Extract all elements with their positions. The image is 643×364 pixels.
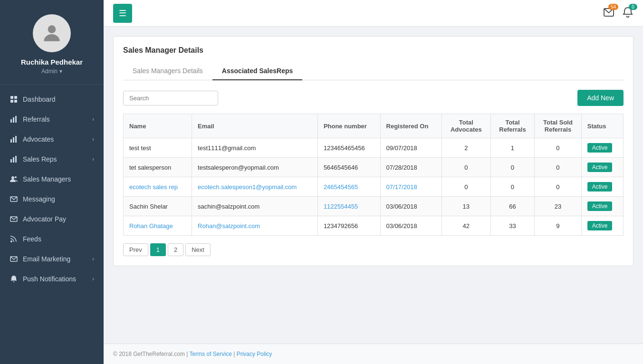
content-area: Sales Manager Details Sales Managers Det… bbox=[104, 27, 643, 344]
table-cell: 13 bbox=[441, 197, 490, 216]
search-input[interactable] bbox=[123, 91, 218, 105]
sidebar-item-label: Feeds bbox=[23, 235, 41, 243]
svg-point-18 bbox=[10, 240, 12, 242]
topbar: ☰ 54 0 bbox=[104, 0, 643, 27]
svg-point-15 bbox=[15, 176, 17, 178]
table-cell: 42 bbox=[441, 216, 490, 236]
table-cell: 123465465456 bbox=[317, 138, 380, 158]
bar-chart2-icon bbox=[10, 135, 18, 144]
sidebar-item-messaging[interactable]: Messaging bbox=[0, 189, 104, 209]
svg-rect-9 bbox=[13, 137, 14, 143]
prev-button[interactable]: Prev bbox=[123, 243, 148, 256]
chevron-right-icon: › bbox=[92, 116, 94, 123]
bell-icon bbox=[10, 275, 18, 283]
chevron-right-icon: › bbox=[92, 156, 94, 163]
svg-rect-5 bbox=[10, 119, 12, 123]
tab-bar: Sales Managers Details Associated SalesR… bbox=[123, 62, 624, 80]
mail-notification[interactable]: 54 bbox=[603, 7, 614, 19]
table-cell: test test bbox=[124, 138, 192, 158]
sidebar-item-label: Email Marketing bbox=[23, 255, 70, 263]
bar-chart-icon bbox=[10, 115, 18, 124]
table-cell: 66 bbox=[490, 197, 534, 216]
chevron-right-icon: › bbox=[92, 256, 94, 262]
svg-point-0 bbox=[48, 25, 56, 33]
page-2-button[interactable]: 2 bbox=[168, 243, 183, 256]
table-cell: 5646545646 bbox=[317, 158, 380, 177]
table-cell[interactable]: 2465454565 bbox=[317, 177, 380, 197]
col-sold-referrals: Total SoldReferrals bbox=[535, 114, 582, 138]
page-1-button[interactable]: 1 bbox=[150, 243, 166, 256]
users-icon bbox=[10, 175, 18, 183]
status-cell: Active bbox=[581, 216, 623, 236]
svg-rect-7 bbox=[15, 116, 17, 123]
next-button[interactable]: Next bbox=[185, 243, 211, 256]
table-cell[interactable]: ecotech sales rep bbox=[124, 177, 192, 197]
status-badge: Active bbox=[587, 182, 613, 192]
svg-rect-12 bbox=[13, 157, 14, 163]
sidebar-item-sales-reps[interactable]: Sales Reps › bbox=[0, 149, 104, 169]
sidebar-item-label: Messaging bbox=[23, 195, 55, 203]
topbar-icons: 54 0 bbox=[603, 7, 633, 19]
col-status: Status bbox=[581, 114, 623, 138]
table-row: Sachin Shelarsachin@salzpoint.com1122554… bbox=[124, 197, 624, 216]
sidebar-nav: Dashboard Referrals › bbox=[0, 85, 104, 364]
privacy-link[interactable]: Privacy Policy bbox=[237, 351, 272, 357]
table-cell[interactable]: ecotech.salespeson1@yopmail.com bbox=[192, 177, 318, 197]
sidebar-item-referrals[interactable]: Referrals › bbox=[0, 109, 104, 129]
table-cell: 0 bbox=[441, 177, 490, 197]
col-email: Email bbox=[192, 114, 318, 138]
add-new-button[interactable]: Add New bbox=[577, 90, 624, 106]
sidebar-item-email-marketing[interactable]: Email Marketing › bbox=[0, 249, 104, 269]
table-cell: Sachin Shelar bbox=[124, 197, 192, 216]
tab-sales-managers-details[interactable]: Sales Managers Details bbox=[123, 62, 212, 80]
table-cell[interactable]: 07/17/2018 bbox=[380, 177, 441, 197]
table-cell: tet salesperson bbox=[124, 158, 192, 177]
grid-icon bbox=[10, 95, 18, 104]
table-cell[interactable]: 1122554455 bbox=[317, 197, 380, 216]
table-cell: 1234792656 bbox=[317, 216, 380, 236]
col-registered: Registered On bbox=[380, 114, 441, 138]
table-row: ecotech sales repecotech.salespeson1@yop… bbox=[124, 177, 624, 197]
sidebar-item-dashboard[interactable]: Dashboard bbox=[0, 89, 104, 109]
col-name: Name bbox=[124, 114, 192, 138]
sales-manager-card: Sales Manager Details Sales Managers Det… bbox=[113, 36, 633, 266]
tab-associated-salesreps[interactable]: Associated SalesReps bbox=[212, 62, 302, 80]
svg-rect-11 bbox=[10, 159, 12, 163]
sidebar-item-label: Sales Managers bbox=[23, 175, 71, 183]
table-row: tet salespersontestsalesperon@yopmail.co… bbox=[124, 158, 624, 177]
footer: © 2018 GetTheReferral.com | Terms of Ser… bbox=[104, 344, 643, 364]
status-badge: Active bbox=[587, 143, 613, 153]
sidebar-item-label: Dashboard bbox=[23, 96, 56, 103]
sidebar-item-push-notifications[interactable]: Push Notifications › bbox=[0, 269, 104, 289]
table-cell: 03/06/2018 bbox=[380, 197, 441, 216]
sidebar-item-label: Advocates bbox=[23, 135, 54, 143]
sidebar-role[interactable]: Admin ▾ bbox=[41, 68, 62, 75]
table-cell[interactable]: Rohan Ghatage bbox=[124, 216, 192, 236]
chevron-right-icon: › bbox=[92, 276, 94, 282]
copyright: © 2018 GetTheReferral.com bbox=[113, 351, 185, 357]
sidebar-item-feeds[interactable]: Feeds bbox=[0, 229, 104, 249]
svg-rect-6 bbox=[13, 117, 14, 123]
status-cell: Active bbox=[581, 197, 623, 216]
svg-rect-13 bbox=[15, 156, 17, 163]
chevron-down-icon: ▾ bbox=[59, 68, 62, 75]
sidebar-username: Ruchika Pedhekar bbox=[21, 58, 83, 66]
envelope2-icon bbox=[10, 215, 18, 223]
envelope-icon bbox=[10, 195, 18, 203]
table-cell: test1111@gmail.com bbox=[192, 138, 318, 158]
svg-point-14 bbox=[11, 176, 14, 179]
table-cell: 0 bbox=[490, 158, 534, 177]
hamburger-button[interactable]: ☰ bbox=[113, 4, 132, 23]
sidebar-item-sales-managers[interactable]: Sales Managers bbox=[0, 169, 104, 189]
table-cell[interactable]: Rohan@salzpoint.com bbox=[192, 216, 318, 236]
table-cell: 03/06/2018 bbox=[380, 216, 441, 236]
sidebar-item-advocates[interactable]: Advocates › bbox=[0, 129, 104, 149]
terms-link[interactable]: Terms of Service bbox=[190, 351, 232, 357]
status-badge: Active bbox=[587, 201, 613, 211]
table-toolbar: Add New bbox=[123, 90, 624, 106]
status-cell: Active bbox=[581, 158, 623, 177]
bell-notification[interactable]: 0 bbox=[622, 7, 633, 19]
table-cell: 07/28/2018 bbox=[380, 158, 441, 177]
sidebar-item-advocator-pay[interactable]: Advocator Pay bbox=[0, 209, 104, 229]
status-badge: Active bbox=[587, 163, 613, 172]
